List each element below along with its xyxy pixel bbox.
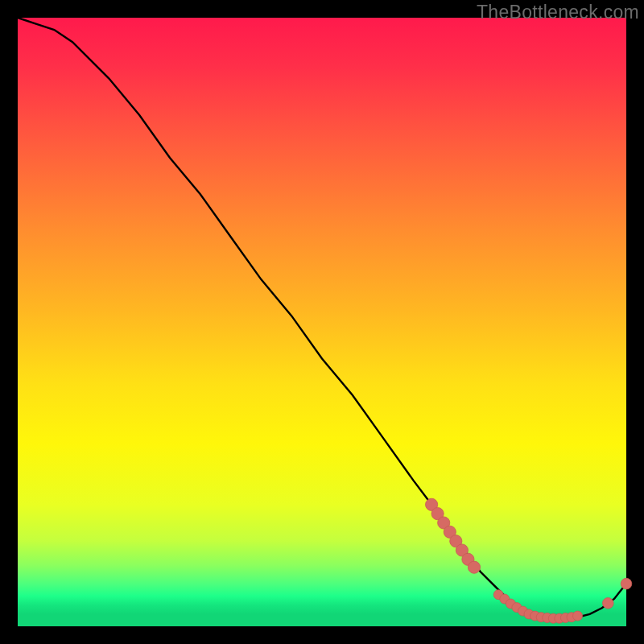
markers-group [426, 498, 632, 623]
data-marker [603, 598, 614, 609]
bottleneck-curve [18, 18, 626, 618]
data-marker [573, 611, 583, 621]
chart-stage: TheBottleneck.com [0, 0, 644, 644]
chart-overlay [18, 18, 626, 626]
data-marker [621, 578, 632, 589]
data-marker [468, 561, 480, 573]
